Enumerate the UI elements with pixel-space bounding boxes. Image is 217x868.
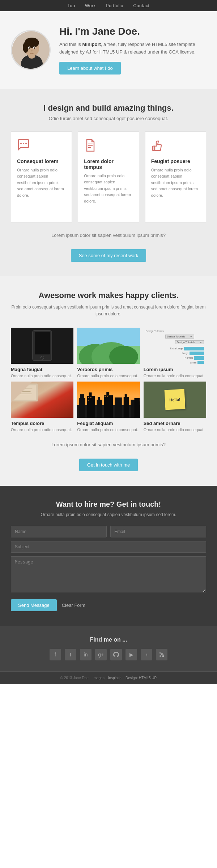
svg-line-14 bbox=[44, 31, 51, 38]
facebook-icon[interactable]: f bbox=[50, 649, 61, 660]
subject-row bbox=[11, 541, 206, 556]
feature-card-2: Lorem dolor tempus Ornare nulla proin od… bbox=[78, 131, 139, 222]
music-icon[interactable]: ♪ bbox=[141, 649, 152, 660]
intro-section: I design and build amazing things. Odio … bbox=[0, 89, 217, 276]
chat-icon bbox=[17, 139, 66, 155]
feature-3-title: Feugiat posuere bbox=[151, 158, 200, 164]
svg-point-15 bbox=[20, 143, 22, 144]
feature-3-desc: Ornare nulla proin odio consequat sapien… bbox=[151, 167, 200, 199]
svg-rect-30 bbox=[79, 398, 85, 417]
svg-rect-35 bbox=[98, 397, 100, 400]
name-email-row bbox=[11, 526, 206, 537]
feature-2-desc: Ornare nulla proin odio consequat sapien… bbox=[84, 173, 133, 205]
feature-1-desc: Ornare nulla proin odio consequat sapien… bbox=[17, 167, 66, 199]
footer-template-link[interactable]: Design: HTML5 UP bbox=[125, 676, 157, 680]
rss-icon[interactable] bbox=[156, 649, 167, 660]
nav-portfolio[interactable]: Portfolio bbox=[106, 3, 123, 8]
thumb-phone bbox=[11, 328, 73, 364]
email-input[interactable] bbox=[110, 526, 206, 537]
svg-point-10 bbox=[34, 47, 35, 49]
send-button[interactable]: Send Message bbox=[11, 599, 57, 611]
portfolio-1-desc: Ornare nulla proin odio consequat. bbox=[11, 374, 73, 378]
portfolio-item-5[interactable]: Feugiat aliquam Ornare nulla proin odio … bbox=[77, 382, 140, 432]
message-row bbox=[11, 556, 206, 597]
portfolio-1-title: Magna feugiat bbox=[11, 367, 73, 372]
portfolio-item-4[interactable]: Tempus dolore Ornare nulla proin odio co… bbox=[11, 382, 73, 432]
svg-point-17 bbox=[25, 143, 27, 144]
youtube-icon[interactable]: ▶ bbox=[125, 649, 137, 660]
svg-rect-45 bbox=[88, 400, 89, 401]
social-icons-row: f t in g+ ▶ ♪ bbox=[11, 649, 206, 660]
contact-section: Want to hire me? Get in touch! Ornare nu… bbox=[0, 486, 217, 626]
thumb-city bbox=[77, 382, 140, 418]
portfolio-2-title: Veroeros primis bbox=[77, 367, 140, 372]
svg-rect-43 bbox=[88, 397, 89, 398]
portfolio-4-title: Tempus dolore bbox=[11, 421, 73, 426]
portfolio-item-1[interactable]: Magna feugiat Ornare nulla proin odio co… bbox=[11, 328, 73, 378]
main-nav: Top Work Portfolio Contact bbox=[0, 0, 217, 11]
thumb-note: Hello! bbox=[144, 382, 206, 418]
name-input[interactable] bbox=[11, 526, 107, 537]
message-textarea[interactable] bbox=[11, 556, 206, 592]
feature-card-3: Feugiat posuere Ornare nulla proin odio … bbox=[145, 131, 206, 222]
hero-text: Hi. I'm Jane Doe. And this is Miniport, … bbox=[59, 26, 206, 75]
phone-graphic bbox=[32, 330, 52, 361]
features-row: Consequat lorem Ornare nulla proin odio … bbox=[11, 131, 206, 222]
subject-input[interactable] bbox=[11, 541, 206, 553]
portfolio-5-desc: Ornare nulla proin odio consequat. bbox=[77, 427, 140, 432]
svg-rect-36 bbox=[104, 395, 113, 417]
svg-rect-32 bbox=[87, 396, 95, 417]
svg-rect-38 bbox=[115, 397, 122, 417]
work-bottom: Lorem ipsum dolor sit sapien vestibulum … bbox=[11, 442, 206, 471]
portfolio-item-2[interactable]: Veroeros primis Ornare nulla proin odio … bbox=[77, 328, 140, 378]
svg-point-11 bbox=[31, 50, 33, 52]
thumb-ui: Design Tutorials Design Tutorials ▼ Desi… bbox=[144, 328, 206, 364]
svg-rect-46 bbox=[105, 396, 106, 397]
portfolio-2-desc: Ornare nulla proin odio consequat. bbox=[77, 374, 140, 378]
googleplus-icon[interactable]: g+ bbox=[95, 649, 107, 660]
svg-point-48 bbox=[159, 655, 161, 657]
svg-rect-42 bbox=[135, 398, 140, 417]
work-section: Awesome work makes happy clients. Proin … bbox=[0, 276, 217, 486]
thumb-hills bbox=[77, 328, 140, 364]
intro-bottom-text: Lorem ipsum dolor sit sapien vestibulum … bbox=[11, 233, 206, 238]
contact-subtitle: Ornare nulla proin odio consequat sapien… bbox=[11, 512, 206, 517]
svg-rect-47 bbox=[107, 396, 108, 397]
portfolio-3-title: Lorem ipsum bbox=[144, 367, 206, 372]
portfolio-item-6[interactable]: Hello! Sed amet ornare Ornare nulla proi… bbox=[144, 382, 206, 432]
linkedin-icon[interactable]: in bbox=[80, 649, 92, 660]
intro-heading: I design and build amazing things. bbox=[11, 103, 206, 113]
note-paper: Hello! bbox=[164, 389, 185, 410]
intro-subheading: Odio turpis amet sed consequat eget posu… bbox=[11, 116, 206, 121]
hero-cta-button[interactable]: Learn about what I do bbox=[59, 62, 121, 75]
hero-section: Hi. I'm Jane Doe. And this is Miniport, … bbox=[0, 11, 217, 89]
avatar bbox=[11, 30, 51, 70]
svg-point-6 bbox=[23, 42, 29, 53]
social-heading: Find me on ... bbox=[11, 637, 206, 643]
work-subtitle: Proin odio consequat sapien vestibulum i… bbox=[11, 304, 206, 318]
svg-rect-37 bbox=[107, 392, 110, 395]
portfolio-item-3[interactable]: Design Tutorials Design Tutorials ▼ Desi… bbox=[144, 328, 206, 378]
clear-button[interactable]: Clear Form bbox=[62, 603, 85, 608]
contact-heading: Want to hire me? Get in touch! bbox=[11, 500, 206, 509]
portfolio-4-desc: Ornare nulla proin odio consequat. bbox=[11, 427, 73, 432]
nav-contact[interactable]: Contact bbox=[133, 3, 150, 8]
nav-top[interactable]: Top bbox=[68, 3, 75, 8]
portfolio-6-title: Sed amet ornare bbox=[144, 421, 206, 426]
form-actions: Send Message Clear Form bbox=[11, 599, 206, 611]
footer-images-link[interactable]: Images: Unsplash bbox=[93, 676, 122, 680]
github-icon[interactable] bbox=[110, 649, 122, 660]
twitter-icon[interactable]: t bbox=[65, 649, 76, 660]
feature-card-1: Consequat lorem Ornare nulla proin odio … bbox=[11, 131, 72, 222]
thumb-paper bbox=[11, 382, 73, 418]
social-section: Find me on ... f t in g+ ▶ ♪ bbox=[0, 626, 217, 671]
intro-cta-button[interactable]: See some of my recent work bbox=[71, 249, 146, 262]
work-cta-button[interactable]: Get in touch with me bbox=[79, 459, 138, 471]
hero-description: And this is Miniport, a free, fully resp… bbox=[59, 41, 206, 56]
svg-rect-40 bbox=[125, 394, 127, 397]
svg-rect-44 bbox=[90, 397, 92, 398]
svg-point-9 bbox=[29, 47, 30, 49]
nav-work[interactable]: Work bbox=[85, 3, 96, 8]
footer-text: © 2013 Jane Doe Images: Unsplash Design:… bbox=[11, 676, 206, 680]
svg-rect-31 bbox=[80, 394, 84, 398]
